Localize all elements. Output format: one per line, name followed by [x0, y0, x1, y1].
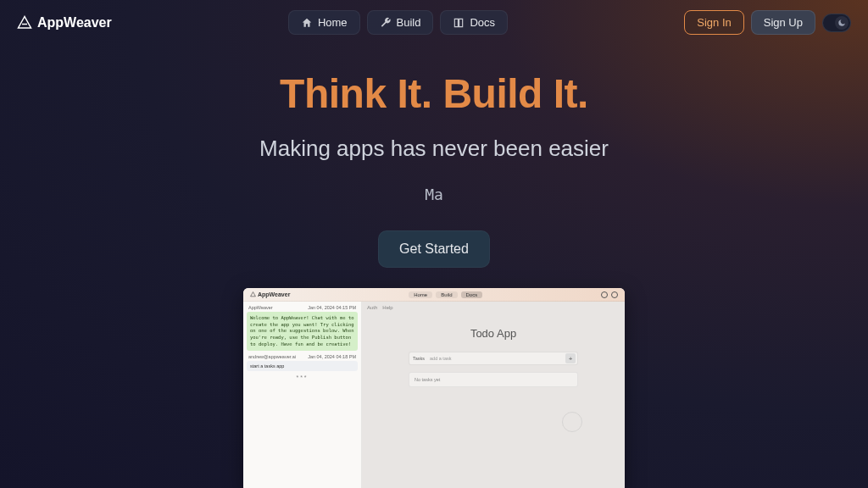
navbar: AppWeaver Home Build Docs Sign In Sign U… [0, 0, 868, 45]
demo-bot-name: AppWeaver [248, 305, 273, 310]
logo-icon [17, 15, 32, 30]
demo-bot-time: Jan 04, 2024 04:15 PM [308, 305, 356, 310]
signup-button[interactable]: Sign Up [751, 10, 815, 35]
home-icon [301, 17, 313, 29]
demo-user-time: Jan 04, 2024 04:18 PM [308, 354, 356, 359]
demo-nav-build: Build [436, 291, 457, 298]
nav-home[interactable]: Home [288, 10, 360, 35]
demo-task-input: Tasks add a task + [409, 352, 578, 365]
nav-docs-label: Docs [470, 16, 495, 29]
demo-add-icon: + [565, 353, 576, 363]
get-started-button[interactable]: Get Started [378, 230, 490, 268]
demo-brand-text: AppWeaver [258, 291, 290, 297]
brand[interactable]: AppWeaver [17, 15, 112, 30]
nav-build-label: Build [397, 16, 421, 29]
demo-brand: AppWeaver [250, 291, 290, 297]
nav-build[interactable]: Build [367, 10, 434, 35]
demo-body: AppWeaver Jan 04, 2024 04:15 PM Welcome … [243, 302, 625, 488]
demo-typing-indicator: *** [247, 374, 358, 380]
book-icon [453, 17, 465, 29]
theme-toggle[interactable] [822, 14, 851, 32]
demo-tab-help: Help [382, 305, 392, 310]
demo-bot-message: Welcome to AppWeaver! Chat with me to cr… [247, 312, 358, 351]
hero: Think It. Build It. Making apps has neve… [0, 70, 868, 268]
demo-input-placeholder: add a task [430, 356, 451, 361]
demo-theme-icon [611, 291, 618, 298]
nav-home-label: Home [318, 16, 348, 29]
demo-tab-auth: Auth [367, 305, 377, 310]
demo-nav-right [601, 291, 618, 298]
demo-avatar-icon [601, 291, 608, 298]
demo-app-title: Todo App [470, 327, 516, 340]
demo-preview-panel: Auth Help Todo App Tasks add a task + No… [362, 302, 625, 488]
demo-chat-bot-header: AppWeaver Jan 04, 2024 04:15 PM [247, 305, 358, 310]
moon-icon [835, 16, 849, 30]
demo-chat-user-header: andrew@appweaver.ai Jan 04, 2024 04:18 P… [247, 354, 358, 359]
signin-button[interactable]: Sign In [684, 10, 743, 35]
demo-preview-tabs: Auth Help [367, 305, 393, 310]
demo-nav-docs: Docs [461, 291, 483, 298]
fingerprint-icon [562, 412, 582, 432]
demo-screenshot: AppWeaver Home Build Docs AppWeaver Jan … [243, 288, 625, 488]
demo-empty-state: No tasks yet [409, 372, 578, 387]
typing-text: Ma [0, 186, 868, 203]
nav-right: Sign In Sign Up [684, 10, 851, 35]
hero-title: Think It. Build It. [0, 70, 868, 117]
demo-input-label: Tasks [413, 356, 425, 361]
brand-text: AppWeaver [37, 15, 112, 30]
hero-subtitle: Making apps has never been easier [0, 136, 868, 162]
demo-nav-home: Home [409, 291, 432, 298]
demo-nav: AppWeaver Home Build Docs [243, 288, 625, 302]
demo-user-message: start a tasks app [247, 361, 358, 371]
nav-center: Home Build Docs [288, 10, 508, 35]
demo-container: AppWeaver Home Build Docs AppWeaver Jan … [0, 288, 868, 488]
wrench-icon [380, 17, 392, 29]
demo-chat-panel: AppWeaver Jan 04, 2024 04:15 PM Welcome … [243, 302, 362, 488]
demo-user-name: andrew@appweaver.ai [248, 354, 296, 359]
demo-logo-icon [250, 291, 256, 297]
demo-nav-center: Home Build Docs [409, 291, 482, 298]
nav-docs[interactable]: Docs [440, 10, 508, 35]
